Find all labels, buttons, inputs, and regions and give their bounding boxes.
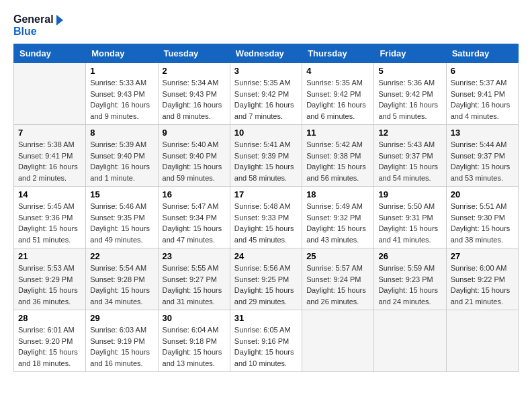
day-number: 31 bbox=[234, 313, 298, 323]
day-info: Sunrise: 5:39 AM Sunset: 9:40 PM Dayligh… bbox=[90, 139, 153, 183]
calendar-cell: 31Sunrise: 6:05 AM Sunset: 9:16 PM Dayli… bbox=[230, 310, 302, 372]
calendar-cell: 5Sunrise: 5:36 AM Sunset: 9:42 PM Daylig… bbox=[374, 63, 446, 125]
day-info: Sunrise: 5:54 AM Sunset: 9:28 PM Dayligh… bbox=[90, 263, 153, 307]
day-number: 12 bbox=[378, 128, 441, 138]
day-info: Sunrise: 5:45 AM Sunset: 9:36 PM Dayligh… bbox=[18, 201, 81, 245]
calendar-table: SundayMondayTuesdayWednesdayThursdayFrid… bbox=[13, 44, 519, 372]
day-number: 15 bbox=[90, 189, 153, 199]
day-number: 2 bbox=[163, 66, 226, 76]
day-info: Sunrise: 5:41 AM Sunset: 9:39 PM Dayligh… bbox=[234, 139, 298, 183]
day-info: Sunrise: 5:40 AM Sunset: 9:40 PM Dayligh… bbox=[163, 139, 226, 183]
day-info: Sunrise: 5:56 AM Sunset: 9:25 PM Dayligh… bbox=[234, 263, 298, 307]
day-info: Sunrise: 5:36 AM Sunset: 9:42 PM Dayligh… bbox=[378, 77, 441, 122]
page-header: General Blue bbox=[13, 13, 519, 37]
day-number: 14 bbox=[18, 189, 81, 199]
calendar-cell: 15Sunrise: 5:46 AM Sunset: 9:35 PM Dayli… bbox=[86, 187, 158, 248]
day-number: 18 bbox=[306, 189, 369, 199]
day-number: 16 bbox=[163, 189, 226, 199]
day-number: 4 bbox=[306, 66, 369, 76]
day-number: 24 bbox=[234, 251, 298, 261]
day-info: Sunrise: 5:33 AM Sunset: 9:43 PM Dayligh… bbox=[90, 77, 153, 122]
day-info: Sunrise: 5:35 AM Sunset: 9:42 PM Dayligh… bbox=[306, 77, 369, 122]
day-info: Sunrise: 6:01 AM Sunset: 9:20 PM Dayligh… bbox=[18, 324, 81, 369]
calendar-cell: 2Sunrise: 5:34 AM Sunset: 9:43 PM Daylig… bbox=[158, 63, 230, 125]
day-number: 21 bbox=[18, 251, 81, 261]
calendar-cell bbox=[374, 310, 446, 372]
calendar-cell: 13Sunrise: 5:44 AM Sunset: 9:37 PM Dayli… bbox=[446, 125, 518, 187]
day-info: Sunrise: 5:49 AM Sunset: 9:32 PM Dayligh… bbox=[306, 201, 369, 245]
day-number: 10 bbox=[234, 128, 298, 138]
day-info: Sunrise: 6:05 AM Sunset: 9:16 PM Dayligh… bbox=[234, 324, 298, 369]
day-info: Sunrise: 5:47 AM Sunset: 9:34 PM Dayligh… bbox=[163, 201, 226, 245]
calendar-cell: 14Sunrise: 5:45 AM Sunset: 9:36 PM Dayli… bbox=[14, 187, 86, 248]
calendar-cell bbox=[446, 310, 518, 372]
day-number: 6 bbox=[451, 66, 514, 76]
day-number: 7 bbox=[18, 128, 81, 138]
day-number: 9 bbox=[163, 128, 226, 138]
calendar-cell: 21Sunrise: 5:53 AM Sunset: 9:29 PM Dayli… bbox=[14, 248, 86, 310]
calendar-cell: 17Sunrise: 5:48 AM Sunset: 9:33 PM Dayli… bbox=[230, 187, 302, 248]
calendar-cell: 20Sunrise: 5:51 AM Sunset: 9:30 PM Dayli… bbox=[446, 187, 518, 248]
day-info: Sunrise: 5:46 AM Sunset: 9:35 PM Dayligh… bbox=[90, 201, 153, 245]
day-number: 3 bbox=[234, 66, 298, 76]
col-header-monday: Monday bbox=[86, 44, 158, 63]
calendar-cell: 28Sunrise: 6:01 AM Sunset: 9:20 PM Dayli… bbox=[14, 310, 86, 372]
calendar-week-2: 7Sunrise: 5:38 AM Sunset: 9:41 PM Daylig… bbox=[14, 125, 519, 187]
day-info: Sunrise: 5:55 AM Sunset: 9:27 PM Dayligh… bbox=[163, 263, 226, 307]
calendar-cell: 25Sunrise: 5:57 AM Sunset: 9:24 PM Dayli… bbox=[302, 248, 374, 310]
day-info: Sunrise: 6:00 AM Sunset: 9:22 PM Dayligh… bbox=[451, 263, 514, 307]
logo-blue: Blue bbox=[13, 26, 63, 38]
day-number: 27 bbox=[451, 251, 514, 261]
logo-general: General bbox=[13, 13, 63, 26]
day-info: Sunrise: 6:03 AM Sunset: 9:19 PM Dayligh… bbox=[90, 324, 153, 369]
calendar-week-3: 14Sunrise: 5:45 AM Sunset: 9:36 PM Dayli… bbox=[14, 187, 519, 248]
calendar-cell: 30Sunrise: 6:04 AM Sunset: 9:18 PM Dayli… bbox=[158, 310, 230, 372]
calendar-cell: 16Sunrise: 5:47 AM Sunset: 9:34 PM Dayli… bbox=[158, 187, 230, 248]
calendar-cell: 24Sunrise: 5:56 AM Sunset: 9:25 PM Dayli… bbox=[230, 248, 302, 310]
day-info: Sunrise: 5:34 AM Sunset: 9:43 PM Dayligh… bbox=[163, 77, 226, 122]
day-number: 19 bbox=[378, 189, 441, 199]
calendar-cell: 29Sunrise: 6:03 AM Sunset: 9:19 PM Dayli… bbox=[86, 310, 158, 372]
day-info: Sunrise: 5:48 AM Sunset: 9:33 PM Dayligh… bbox=[234, 201, 298, 245]
day-number: 23 bbox=[163, 251, 226, 261]
calendar-header: SundayMondayTuesdayWednesdayThursdayFrid… bbox=[14, 44, 519, 63]
day-number: 29 bbox=[90, 313, 153, 323]
day-info: Sunrise: 5:51 AM Sunset: 9:30 PM Dayligh… bbox=[451, 201, 514, 245]
col-header-saturday: Saturday bbox=[446, 44, 518, 63]
day-number: 28 bbox=[18, 313, 81, 323]
calendar-cell: 8Sunrise: 5:39 AM Sunset: 9:40 PM Daylig… bbox=[86, 125, 158, 187]
col-header-friday: Friday bbox=[374, 44, 446, 63]
col-header-tuesday: Tuesday bbox=[158, 44, 230, 63]
calendar-cell: 10Sunrise: 5:41 AM Sunset: 9:39 PM Dayli… bbox=[230, 125, 302, 187]
calendar-cell: 27Sunrise: 6:00 AM Sunset: 9:22 PM Dayli… bbox=[446, 248, 518, 310]
day-info: Sunrise: 5:44 AM Sunset: 9:37 PM Dayligh… bbox=[451, 139, 514, 183]
day-number: 8 bbox=[90, 128, 153, 138]
day-info: Sunrise: 5:59 AM Sunset: 9:23 PM Dayligh… bbox=[378, 263, 441, 307]
day-number: 22 bbox=[90, 251, 153, 261]
calendar-cell: 23Sunrise: 5:55 AM Sunset: 9:27 PM Dayli… bbox=[158, 248, 230, 310]
day-info: Sunrise: 6:04 AM Sunset: 9:18 PM Dayligh… bbox=[163, 324, 226, 369]
calendar-cell: 18Sunrise: 5:49 AM Sunset: 9:32 PM Dayli… bbox=[302, 187, 374, 248]
calendar-cell: 9Sunrise: 5:40 AM Sunset: 9:40 PM Daylig… bbox=[158, 125, 230, 187]
col-header-sunday: Sunday bbox=[14, 44, 86, 63]
day-number: 20 bbox=[451, 189, 514, 199]
calendar-cell: 3Sunrise: 5:35 AM Sunset: 9:42 PM Daylig… bbox=[230, 63, 302, 125]
day-number: 30 bbox=[163, 313, 226, 323]
calendar-cell: 4Sunrise: 5:35 AM Sunset: 9:42 PM Daylig… bbox=[302, 63, 374, 125]
calendar-cell: 12Sunrise: 5:43 AM Sunset: 9:37 PM Dayli… bbox=[374, 125, 446, 187]
calendar-cell: 7Sunrise: 5:38 AM Sunset: 9:41 PM Daylig… bbox=[14, 125, 86, 187]
calendar-cell: 6Sunrise: 5:37 AM Sunset: 9:41 PM Daylig… bbox=[446, 63, 518, 125]
calendar-cell: 1Sunrise: 5:33 AM Sunset: 9:43 PM Daylig… bbox=[86, 63, 158, 125]
col-header-thursday: Thursday bbox=[302, 44, 374, 63]
calendar-cell: 19Sunrise: 5:50 AM Sunset: 9:31 PM Dayli… bbox=[374, 187, 446, 248]
day-number: 1 bbox=[90, 66, 153, 76]
calendar-cell bbox=[14, 63, 86, 125]
day-info: Sunrise: 5:42 AM Sunset: 9:38 PM Dayligh… bbox=[306, 139, 369, 183]
day-number: 25 bbox=[306, 251, 369, 261]
day-number: 17 bbox=[234, 189, 298, 199]
day-number: 5 bbox=[378, 66, 441, 76]
day-info: Sunrise: 5:43 AM Sunset: 9:37 PM Dayligh… bbox=[378, 139, 441, 183]
day-number: 11 bbox=[306, 128, 369, 138]
calendar-cell: 26Sunrise: 5:59 AM Sunset: 9:23 PM Dayli… bbox=[374, 248, 446, 310]
day-number: 26 bbox=[378, 251, 441, 261]
